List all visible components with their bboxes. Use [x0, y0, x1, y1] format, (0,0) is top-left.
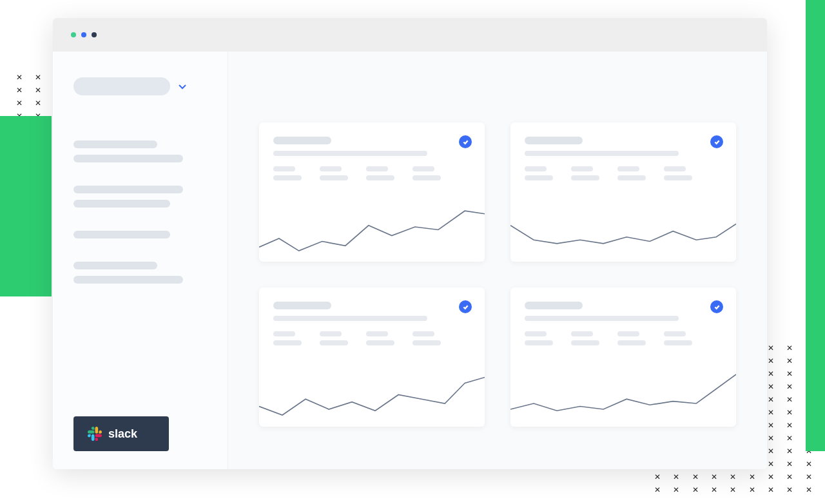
sparkline-chart	[259, 204, 485, 262]
nav-item[interactable]	[73, 141, 157, 148]
stat-value	[366, 340, 394, 345]
stat-label	[664, 331, 686, 336]
nav-item[interactable]	[73, 231, 170, 238]
sidebar-nav	[73, 141, 207, 307]
check-icon	[710, 300, 723, 313]
stat-value	[571, 175, 599, 180]
stat-value	[412, 175, 441, 180]
window-dot-blue	[81, 32, 86, 37]
stat-label	[571, 166, 593, 171]
card-stat	[664, 331, 692, 345]
card-title-placeholder	[273, 137, 331, 144]
stat-value	[273, 340, 302, 345]
card-stat	[320, 331, 348, 345]
stat-value	[664, 340, 692, 345]
metric-card[interactable]	[259, 122, 485, 262]
window-title-bar	[53, 18, 767, 52]
nav-item[interactable]	[73, 276, 183, 284]
metric-card[interactable]	[510, 287, 736, 427]
stat-value	[617, 340, 646, 345]
card-stat	[571, 331, 599, 345]
card-grid	[228, 52, 767, 469]
check-icon	[459, 300, 472, 313]
metric-card[interactable]	[259, 287, 485, 427]
stat-value	[366, 175, 394, 180]
stat-value	[320, 175, 348, 180]
nav-item[interactable]	[73, 200, 170, 208]
stat-label	[617, 166, 639, 171]
window-dot-dark	[92, 32, 97, 37]
stat-value	[571, 340, 599, 345]
card-stat	[412, 166, 441, 180]
sparkline-chart	[510, 204, 736, 262]
stat-value	[664, 175, 692, 180]
stat-value	[525, 340, 553, 345]
bg-green-block	[0, 116, 52, 296]
stat-label	[664, 166, 686, 171]
card-stat	[617, 166, 646, 180]
stat-label	[412, 166, 434, 171]
card-stat	[664, 166, 692, 180]
check-icon	[710, 135, 723, 148]
card-stat	[366, 166, 394, 180]
stat-value	[320, 340, 348, 345]
card-stats	[525, 331, 722, 345]
stat-label	[412, 331, 434, 336]
stat-label	[617, 331, 639, 336]
card-subtitle-placeholder	[525, 151, 679, 156]
check-icon	[459, 135, 472, 148]
stat-value	[617, 175, 646, 180]
chevron-down-icon	[178, 82, 187, 91]
card-title-placeholder	[525, 302, 583, 309]
stat-label	[320, 166, 342, 171]
stat-label	[366, 331, 388, 336]
card-title-placeholder	[525, 137, 583, 144]
card-stats	[273, 331, 471, 345]
stat-label	[273, 166, 295, 171]
card-stat	[366, 331, 394, 345]
nav-item[interactable]	[73, 186, 183, 193]
stat-value	[273, 175, 302, 180]
stat-value	[525, 175, 553, 180]
card-stat	[525, 166, 553, 180]
window-dot-green	[71, 32, 76, 37]
card-stat	[412, 331, 441, 345]
nav-item[interactable]	[73, 155, 183, 162]
sparkline-chart	[510, 369, 736, 427]
workspace-selector[interactable]	[73, 77, 207, 95]
nav-group	[73, 141, 207, 162]
stat-label	[571, 331, 593, 336]
nav-group	[73, 231, 207, 238]
nav-item[interactable]	[73, 262, 157, 269]
metric-card[interactable]	[510, 122, 736, 262]
slack-button[interactable]: slack	[73, 416, 169, 451]
card-stat	[571, 166, 599, 180]
nav-group	[73, 186, 207, 208]
card-stat	[320, 166, 348, 180]
card-stat	[617, 331, 646, 345]
stat-label	[366, 166, 388, 171]
browser-window: slack	[53, 18, 767, 469]
card-stats	[525, 166, 722, 180]
card-subtitle-placeholder	[273, 151, 427, 156]
slack-icon	[88, 427, 102, 441]
card-subtitle-placeholder	[273, 316, 427, 321]
card-stat	[525, 331, 553, 345]
sidebar: slack	[53, 52, 228, 469]
workspace-name-placeholder	[73, 77, 170, 95]
bg-green-stripe	[806, 0, 825, 451]
card-title-placeholder	[273, 302, 331, 309]
stat-value	[412, 340, 441, 345]
card-stats	[273, 166, 471, 180]
stat-label	[525, 331, 547, 336]
card-subtitle-placeholder	[525, 316, 679, 321]
card-stat	[273, 331, 302, 345]
card-stat	[273, 166, 302, 180]
stat-label	[525, 166, 547, 171]
stat-label	[273, 331, 295, 336]
app-content: slack	[53, 52, 767, 469]
nav-group	[73, 262, 207, 284]
slack-button-label: slack	[108, 427, 137, 441]
stat-label	[320, 331, 342, 336]
sparkline-chart	[259, 369, 485, 427]
